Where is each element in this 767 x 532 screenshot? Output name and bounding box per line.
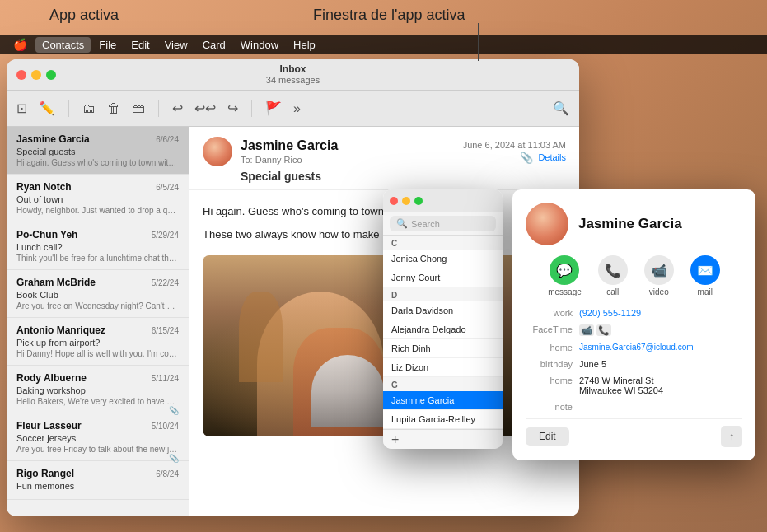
contacts-close-button[interactable] <box>390 197 398 205</box>
mail-preview: Hi again. Guess who's coming to town wit… <box>16 158 179 167</box>
more-icon[interactable]: » <box>293 101 301 116</box>
sender-name: Rigo Rangel <box>16 468 74 479</box>
menubar-view[interactable]: View <box>158 37 194 53</box>
contact-lupita-garcia-reilley[interactable]: Lupita Garcia-Reilley <box>383 410 503 429</box>
menubar-file[interactable]: File <box>92 37 123 53</box>
video-action[interactable]: 📹 video <box>644 255 674 296</box>
contact-avatar <box>526 203 568 245</box>
mail-item-fleur[interactable]: Fleur Lasseur 5/10/24 Soccer jerseys Are… <box>7 413 189 461</box>
share-button[interactable]: ↑ <box>721 426 742 447</box>
apple-menu[interactable]: 🍎 <box>7 38 34 51</box>
mail-item-rigo[interactable]: Rigo Rangel 6/8/24 Fun memories <box>7 461 189 500</box>
birthday-value: June 5 <box>579 359 742 369</box>
mail-date: 6/5/24 <box>156 183 179 192</box>
contacts-minimize-button[interactable] <box>402 197 410 205</box>
home-email-label: home <box>526 343 579 352</box>
mail-content-header: Jasmine Garcia To: Danny Rico June 6, 20… <box>189 127 579 190</box>
call-action[interactable]: 📞 call <box>598 255 628 296</box>
edit-button[interactable]: Edit <box>526 427 569 446</box>
reply-icon[interactable]: ↩ <box>172 100 183 116</box>
flag-icon[interactable]: 🚩 <box>265 100 282 116</box>
mail-content-to: To: Danny Rico <box>241 155 338 165</box>
toolbar-sep-1 <box>68 100 69 117</box>
work-phone-value[interactable]: (920) 555-1129 <box>579 308 742 318</box>
attachment-icon: 📎 <box>520 152 533 164</box>
note-row: note <box>526 402 742 412</box>
mail-item-ryan[interactable]: Ryan Notch 6/5/24 Out of town Howdy, nei… <box>7 175 189 222</box>
forward-icon[interactable]: ↪ <box>227 100 238 116</box>
add-contact-button[interactable]: + <box>391 433 399 446</box>
contact-darla-davidson[interactable]: Darla Davidson <box>383 301 503 320</box>
mail-item-jasmine[interactable]: Jasmine Garcia 6/6/24 Special guests Hi … <box>7 127 189 175</box>
work-label: work <box>526 308 579 318</box>
mail-window-title: Inbox 34 messages <box>266 63 320 86</box>
home-email-value[interactable]: Jasmine.Garcia67@icloud.com <box>579 343 742 352</box>
mail-item-rody[interactable]: Rody Albuerne 5/11/24 Baking workshop He… <box>7 366 189 413</box>
mail-item-pochun[interactable]: Po-Chun Yeh 5/29/24 Lunch call? Think yo… <box>7 222 189 270</box>
call-label: call <box>606 287 619 296</box>
delete-icon[interactable]: 🗑 <box>107 101 120 116</box>
mail-subject: Out of town <box>16 194 179 204</box>
mail-subject: Special guests <box>16 147 179 156</box>
mail-date: 5/22/24 <box>152 278 179 287</box>
search-field-container[interactable]: 🔍 Search <box>390 216 496 231</box>
app-activa-label: App activa <box>49 7 119 24</box>
new-message-icon[interactable]: ✏️ <box>39 100 55 116</box>
details-link[interactable]: Details <box>538 152 566 162</box>
message-action[interactable]: 💬 message <box>548 255 582 296</box>
menubar-window[interactable]: Window <box>234 37 285 53</box>
note-label: note <box>526 402 579 412</box>
contact-jasmine-garcia[interactable]: Jasmine Garcia <box>383 391 503 410</box>
close-button[interactable] <box>16 70 26 80</box>
menubar-help[interactable]: Help <box>287 37 322 53</box>
reply-all-icon[interactable]: ↩↩ <box>194 100 216 116</box>
search-placeholder: Search <box>411 219 440 229</box>
home-address-row: home 2748 W Mineral StMilwaukee WI 53204 <box>526 376 742 395</box>
sender-name: Graham McBride <box>16 277 96 288</box>
contacts-window: 🔍 Search C Jenica Chong Jenny Court D Da… <box>383 189 503 449</box>
mail-preview: Think you'll be free for a lunchtime cha… <box>16 254 179 263</box>
sender-name: Po-Chun Yeh <box>16 229 77 240</box>
search-icon[interactable]: 🔍 <box>553 100 569 116</box>
section-header-g: G <box>383 377 503 391</box>
contacts-list: C Jenica Chong Jenny Court D Darla David… <box>383 236 503 429</box>
facetime-video-icon[interactable]: 📹 <box>579 324 594 336</box>
mail-item-antonio[interactable]: Antonio Manriquez 6/15/24 Pick up from a… <box>7 318 189 366</box>
home-email-row: home Jasmine.Garcia67@icloud.com <box>526 343 742 352</box>
menubar-edit[interactable]: Edit <box>124 37 156 53</box>
mail-label: mail <box>698 287 713 296</box>
mail-date: 6/6/24 <box>156 135 179 144</box>
mail-subject: Baking workshop <box>16 385 179 395</box>
contact-rich-dinh[interactable]: Rich Dinh <box>383 339 503 358</box>
sender-avatar <box>203 137 232 166</box>
home-address-value: 2748 W Mineral StMilwaukee WI 53204 <box>579 376 742 395</box>
home-address-label: home <box>526 376 579 385</box>
section-header-d: D <box>383 287 503 301</box>
contact-detail-card: Jasmine Garcia 💬 message 📞 call 📹 video … <box>512 189 755 460</box>
facetime-phone-icon[interactable]: 📞 <box>596 324 611 336</box>
mail-sidebar: Jasmine Garcia 6/6/24 Special guests Hi … <box>7 127 189 516</box>
mail-preview: Are you free on Wednesday night? Can't w… <box>16 301 179 310</box>
contacts-fullscreen-button[interactable] <box>414 197 423 205</box>
contact-liz-dizon[interactable]: Liz Dizon <box>383 358 503 377</box>
contact-actions: 💬 message 📞 call 📹 video ✉️ mail <box>526 255 742 296</box>
menubar-contacts[interactable]: Contacts <box>35 37 91 53</box>
mail-icon: ✉️ <box>690 255 720 285</box>
archive-icon[interactable]: 🗂 <box>82 101 96 116</box>
mail-subject: Book Club <box>16 290 179 300</box>
inbox-label: Inbox <box>266 63 320 75</box>
contact-alejandra-delgado[interactable]: Alejandra Delgado <box>383 320 503 339</box>
compose-group-icon[interactable]: ⊡ <box>16 100 27 116</box>
sender-name: Ryan Notch <box>16 181 72 193</box>
fullscreen-button[interactable] <box>46 70 56 80</box>
facetime-icons: 📹 📞 <box>579 324 742 336</box>
call-icon: 📞 <box>598 255 628 285</box>
move-icon[interactable]: 🗃 <box>132 101 145 116</box>
contact-jenny-court[interactable]: Jenny Court <box>383 268 503 287</box>
mail-item-graham[interactable]: Graham McBride 5/22/24 Book Club Are you… <box>7 270 189 318</box>
mail-action[interactable]: ✉️ mail <box>690 255 720 296</box>
contact-jenica-chong[interactable]: Jenica Chong <box>383 250 503 268</box>
menubar-card[interactable]: Card <box>196 37 232 53</box>
birthday-row: birthday June 5 <box>526 359 742 369</box>
minimize-button[interactable] <box>31 70 41 80</box>
